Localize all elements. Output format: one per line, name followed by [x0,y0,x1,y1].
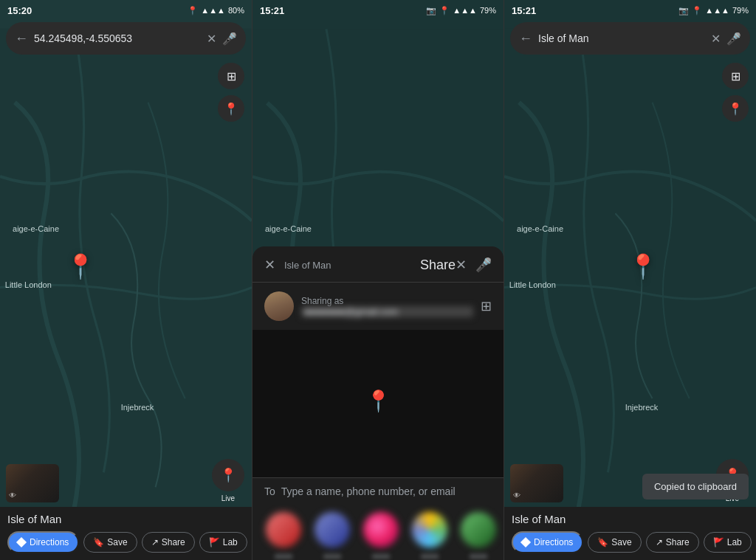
to-input-field[interactable]: Type a name, phone number, or email [281,485,492,497]
to-label: To [264,485,275,497]
left-save-button[interactable]: 🔖 Save [83,532,137,553]
contact-name-2: ●●●● [323,552,341,560]
right-status-icons: 📷 📍 ▲▲▲ 79% [678,6,749,15]
left-layers-button[interactable]: ⊞ [218,63,244,89]
left-share-icon: ↗ [151,537,159,547]
left-pin-button[interactable]: 📍 [218,95,244,122]
right-bottom-bar: Isle of Man Directions 🔖 Save ↗ Share 🚩 … [504,507,756,560]
sharing-info: Sharing as ●●●●●●●@gmail.com [301,296,473,317]
share-map-area: 📍 [252,330,504,477]
share-location-label: Isle of Man [284,260,420,271]
share-header-right: ✕ 🎤 [456,257,492,273]
right-layers-button[interactable]: ⊞ [722,63,749,89]
left-thumb-eye-icon: 👁 [9,491,16,499]
user-avatar [264,291,294,321]
right-time: 15:21 [512,5,536,16]
middle-battery: 79% [480,6,496,15]
right-map-controls: ⊞ 📍 [722,63,749,122]
left-back-button[interactable]: ← [15,31,28,46]
right-search-bar[interactable]: ← Isle of Man ✕ 🎤 [510,22,750,55]
right-save-button[interactable]: 🔖 Save [588,532,641,553]
share-close-button[interactable]: ✕ [264,257,275,273]
left-clear-icon[interactable]: ✕ [207,32,216,46]
middle-panel: 15:21 📷 📍 ▲▲▲ 79% aige-e-Caine Little Lo… [252,0,504,560]
left-label-icon: 🚩 [209,537,220,547]
contact-name-4: ●●●● [421,552,439,560]
left-label-button[interactable]: 🚩 Lab [199,532,247,553]
right-mic-icon[interactable]: 🎤 [726,32,741,46]
sharing-email: ●●●●●●●@gmail.com [301,306,473,317]
to-input-row: To Type a name, phone number, or email [252,477,504,505]
left-save-icon: 🔖 [93,537,104,547]
middle-location-icon: 📍 [439,6,450,15]
svg-rect-0 [0,29,252,532]
avatar-image [264,291,294,321]
left-search-text: 54.245498,-4.550653 [34,32,201,44]
right-label-icon: 🚩 [713,537,724,547]
left-battery-icon: 80% [228,6,244,15]
sharing-as-label: Sharing as [301,296,473,306]
left-share-button[interactable]: ↗ Share [142,532,195,553]
left-location-icon: 📍 [188,6,198,15]
right-thumbnail[interactable]: 👁 [510,464,563,502]
middle-status-bar: 15:21 📷 📍 ▲▲▲ 79% [252,0,504,21]
contact-name-5: ●●●● [470,552,487,560]
right-pin-button[interactable]: 📍 [722,95,749,122]
left-live-button[interactable]: 📍 Live [212,459,244,502]
left-thumbnail[interactable]: 👁 [6,464,59,502]
right-save-icon: 🔖 [597,537,608,547]
right-camera-icon: 📷 [678,6,689,15]
right-share-button[interactable]: ↗ Share [646,532,699,553]
right-label-button[interactable]: 🚩 Lab [704,532,752,553]
contact-3[interactable]: ●●●● [362,512,400,560]
right-thumb-eye-icon: 👁 [513,491,520,499]
contact-4[interactable]: ●●●● [410,512,449,560]
right-directions-button[interactable]: Directions [512,531,583,553]
left-status-bar: 15:20 📍 ▲▲▲ 80% [0,0,252,21]
contact-name-1: ●●●● [275,552,292,560]
left-search-icons: ✕ 🎤 [207,32,237,46]
contact-name-3: ●●●● [372,552,390,560]
right-search-text: Isle of Man [538,32,705,44]
right-status-bar: 15:21 📷 📍 ▲▲▲ 79% [504,0,756,21]
contact-avatar-2 [315,512,350,547]
right-battery: 79% [732,6,749,15]
right-wifi-icon: ▲▲▲ [705,6,729,15]
right-panel: 15:21 📷 📍 ▲▲▲ 79% ← Isle of Man ✕ 🎤 ⊞ 📍 … [504,0,756,560]
contact-avatar-5 [461,512,496,547]
middle-status-icons: 📷 📍 ▲▲▲ 79% [426,6,496,15]
sharing-as-row: Sharing as ●●●●●●●@gmail.com ⊞ [252,283,504,330]
right-location-name: Isle of Man [512,513,749,525]
contacts-row: ●●●● ●●●● ●●●● ●●●● ●●●● [252,505,504,560]
contact-5[interactable]: ●●●● [459,512,498,560]
contact-1[interactable]: ●●●● [264,512,303,560]
clipboard-toast-text: Copied to clipboard [654,481,737,492]
clipboard-toast: Copied to clipboard [642,474,749,499]
left-location-name: Isle of Man [7,513,244,525]
share-mic-icon[interactable]: 🎤 [475,257,492,273]
left-live-label: Live [221,494,235,502]
middle-right-divider [504,0,504,560]
middle-time: 15:21 [260,5,284,16]
right-back-button[interactable]: ← [519,31,532,46]
share-clear-icon[interactable]: ✕ [456,257,467,273]
contact-avatar-1 [266,512,301,547]
left-search-bar[interactable]: ← 54.245498,-4.550653 ✕ 🎤 [6,22,246,55]
left-directions-diamond-icon [16,537,27,547]
left-wifi-icon: ▲▲▲ [201,6,225,15]
right-action-buttons: Directions 🔖 Save ↗ Share 🚩 Lab [512,531,749,553]
share-map-pin: 📍 [365,389,391,413]
right-clear-icon[interactable]: ✕ [711,32,721,46]
share-layers-icon[interactable]: ⊞ [481,298,492,314]
middle-camera-icon: 📷 [426,6,436,15]
middle-wifi-icon: ▲▲▲ [453,6,477,15]
left-map-controls: ⊞ 📍 [218,63,244,122]
left-panel: 15:20 📍 ▲▲▲ 80% ← 54.245498,-4.550653 ✕ … [0,0,252,560]
contact-avatar-4 [412,512,447,547]
left-mic-icon[interactable]: 🎤 [222,32,237,46]
right-directions-diamond-icon [520,537,531,547]
share-header: ✕ Isle of Man Share ✕ 🎤 [252,246,504,283]
left-directions-button[interactable]: Directions [7,531,79,553]
left-action-buttons: Directions 🔖 Save ↗ Share 🚩 Lab [7,531,244,553]
contact-2[interactable]: ●●●● [313,512,351,560]
